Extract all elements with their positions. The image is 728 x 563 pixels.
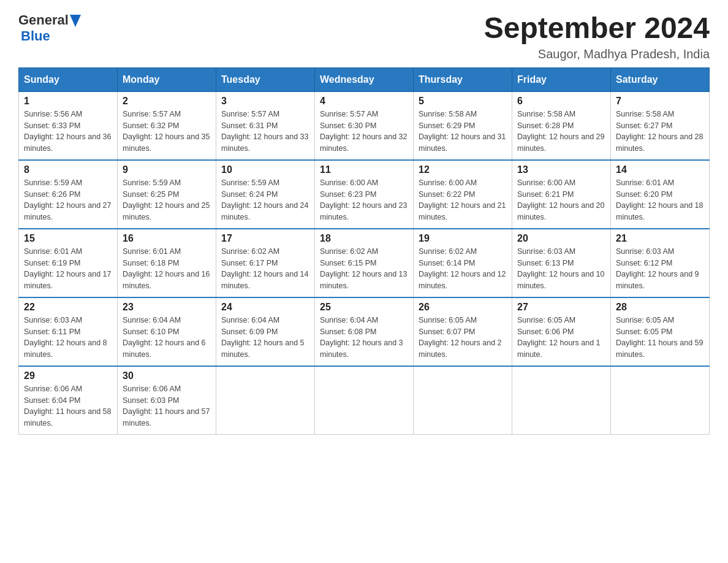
day-number: 28: [616, 302, 704, 313]
calendar-cell: 23Sunrise: 6:04 AMSunset: 6:10 PMDayligh…: [118, 297, 216, 366]
day-number: 23: [123, 302, 211, 313]
calendar-cell: 13Sunrise: 6:00 AMSunset: 6:21 PMDayligh…: [512, 160, 611, 229]
day-info: Sunrise: 6:03 AMSunset: 6:11 PMDaylight:…: [24, 315, 112, 361]
calendar-cell: 8Sunrise: 5:59 AMSunset: 6:26 PMDaylight…: [19, 160, 118, 229]
day-number: 26: [419, 302, 507, 313]
day-info: Sunrise: 6:04 AMSunset: 6:10 PMDaylight:…: [123, 315, 211, 361]
page-header: General Blue September 2024 Saugor, Madh…: [18, 12, 710, 61]
week-row-1: 1Sunrise: 5:56 AMSunset: 6:33 PMDaylight…: [19, 91, 710, 160]
day-info: Sunrise: 6:04 AMSunset: 6:08 PMDaylight:…: [320, 315, 408, 361]
day-number: 13: [517, 164, 605, 175]
week-row-5: 29Sunrise: 6:06 AMSunset: 6:04 PMDayligh…: [19, 366, 710, 435]
day-info: Sunrise: 6:06 AMSunset: 6:04 PMDaylight:…: [24, 383, 112, 429]
day-info: Sunrise: 5:58 AMSunset: 6:28 PMDaylight:…: [517, 109, 605, 155]
day-number: 8: [24, 164, 112, 175]
day-info: Sunrise: 5:59 AMSunset: 6:25 PMDaylight:…: [123, 177, 211, 223]
calendar-cell: 17Sunrise: 6:02 AMSunset: 6:17 PMDayligh…: [216, 229, 315, 297]
calendar-cell: 10Sunrise: 5:59 AMSunset: 6:24 PMDayligh…: [216, 160, 315, 229]
calendar-cell: 20Sunrise: 6:03 AMSunset: 6:13 PMDayligh…: [512, 229, 611, 297]
day-info: Sunrise: 5:59 AMSunset: 6:24 PMDaylight:…: [221, 177, 309, 223]
day-number: 25: [320, 302, 408, 313]
week-row-4: 22Sunrise: 6:03 AMSunset: 6:11 PMDayligh…: [19, 297, 710, 366]
calendar-cell: 28Sunrise: 6:05 AMSunset: 6:05 PMDayligh…: [611, 297, 710, 366]
col-header-tuesday: Tuesday: [216, 67, 315, 91]
day-number: 9: [123, 164, 211, 175]
day-number: 17: [221, 233, 309, 244]
day-number: 22: [24, 302, 112, 313]
day-number: 27: [517, 302, 605, 313]
day-number: 18: [320, 233, 408, 244]
calendar-cell: 21Sunrise: 6:03 AMSunset: 6:12 PMDayligh…: [611, 229, 710, 297]
calendar-cell: 6Sunrise: 5:58 AMSunset: 6:28 PMDaylight…: [512, 91, 611, 160]
day-number: 30: [123, 370, 211, 381]
calendar-table: SundayMondayTuesdayWednesdayThursdayFrid…: [18, 67, 710, 435]
col-header-wednesday: Wednesday: [315, 67, 414, 91]
header-row: SundayMondayTuesdayWednesdayThursdayFrid…: [19, 67, 710, 91]
calendar-cell: 19Sunrise: 6:02 AMSunset: 6:14 PMDayligh…: [414, 229, 512, 297]
day-number: 19: [419, 233, 507, 244]
calendar-cell: 24Sunrise: 6:04 AMSunset: 6:09 PMDayligh…: [216, 297, 315, 366]
day-info: Sunrise: 5:58 AMSunset: 6:29 PMDaylight:…: [419, 109, 507, 155]
col-header-saturday: Saturday: [611, 67, 710, 91]
calendar-cell: [216, 366, 315, 435]
calendar-cell: 25Sunrise: 6:04 AMSunset: 6:08 PMDayligh…: [315, 297, 414, 366]
day-info: Sunrise: 5:57 AMSunset: 6:31 PMDaylight:…: [221, 109, 309, 155]
day-number: 3: [221, 96, 309, 107]
day-info: Sunrise: 6:01 AMSunset: 6:19 PMDaylight:…: [24, 246, 112, 292]
calendar-cell: 5Sunrise: 5:58 AMSunset: 6:29 PMDaylight…: [414, 91, 512, 160]
calendar-cell: 9Sunrise: 5:59 AMSunset: 6:25 PMDaylight…: [118, 160, 216, 229]
day-number: 15: [24, 233, 112, 244]
calendar-cell: [512, 366, 611, 435]
day-info: Sunrise: 6:00 AMSunset: 6:23 PMDaylight:…: [320, 177, 408, 223]
svg-marker-0: [70, 15, 81, 27]
calendar-cell: 11Sunrise: 6:00 AMSunset: 6:23 PMDayligh…: [315, 160, 414, 229]
calendar-cell: [414, 366, 512, 435]
logo-text-general: General: [18, 12, 69, 28]
logo-text-blue: Blue: [21, 28, 50, 44]
col-header-monday: Monday: [118, 67, 216, 91]
day-info: Sunrise: 6:02 AMSunset: 6:17 PMDaylight:…: [221, 246, 309, 292]
week-row-2: 8Sunrise: 5:59 AMSunset: 6:26 PMDaylight…: [19, 160, 710, 229]
day-info: Sunrise: 6:06 AMSunset: 6:03 PMDaylight:…: [123, 383, 211, 429]
day-number: 2: [123, 96, 211, 107]
day-info: Sunrise: 6:04 AMSunset: 6:09 PMDaylight:…: [221, 315, 309, 361]
col-header-sunday: Sunday: [19, 67, 118, 91]
calendar-cell: 15Sunrise: 6:01 AMSunset: 6:19 PMDayligh…: [19, 229, 118, 297]
day-number: 16: [123, 233, 211, 244]
calendar-cell: 14Sunrise: 6:01 AMSunset: 6:20 PMDayligh…: [611, 160, 710, 229]
day-info: Sunrise: 6:05 AMSunset: 6:05 PMDaylight:…: [616, 315, 704, 361]
calendar-cell: 27Sunrise: 6:05 AMSunset: 6:06 PMDayligh…: [512, 297, 611, 366]
day-number: 6: [517, 96, 605, 107]
day-number: 29: [24, 370, 112, 381]
week-row-3: 15Sunrise: 6:01 AMSunset: 6:19 PMDayligh…: [19, 229, 710, 297]
day-number: 4: [320, 96, 408, 107]
day-info: Sunrise: 6:02 AMSunset: 6:14 PMDaylight:…: [419, 246, 507, 292]
day-number: 14: [616, 164, 704, 175]
day-number: 21: [616, 233, 704, 244]
calendar-cell: 18Sunrise: 6:02 AMSunset: 6:15 PMDayligh…: [315, 229, 414, 297]
title-block: September 2024 Saugor, Madhya Pradesh, I…: [484, 12, 710, 61]
day-info: Sunrise: 6:01 AMSunset: 6:18 PMDaylight:…: [123, 246, 211, 292]
day-number: 5: [419, 96, 507, 107]
month-year-title: September 2024: [484, 12, 710, 45]
logo: General Blue: [18, 12, 81, 44]
day-info: Sunrise: 6:00 AMSunset: 6:22 PMDaylight:…: [419, 177, 507, 223]
calendar-cell: 30Sunrise: 6:06 AMSunset: 6:03 PMDayligh…: [118, 366, 216, 435]
day-info: Sunrise: 5:59 AMSunset: 6:26 PMDaylight:…: [24, 177, 112, 223]
day-info: Sunrise: 5:58 AMSunset: 6:27 PMDaylight:…: [616, 109, 704, 155]
calendar-cell: 3Sunrise: 5:57 AMSunset: 6:31 PMDaylight…: [216, 91, 315, 160]
calendar-header: SundayMondayTuesdayWednesdayThursdayFrid…: [19, 67, 710, 91]
calendar-cell: [611, 366, 710, 435]
day-info: Sunrise: 5:56 AMSunset: 6:33 PMDaylight:…: [24, 109, 112, 155]
day-info: Sunrise: 6:00 AMSunset: 6:21 PMDaylight:…: [517, 177, 605, 223]
location-subtitle: Saugor, Madhya Pradesh, India: [484, 47, 710, 61]
day-info: Sunrise: 5:57 AMSunset: 6:30 PMDaylight:…: [320, 109, 408, 155]
calendar-cell: 12Sunrise: 6:00 AMSunset: 6:22 PMDayligh…: [414, 160, 512, 229]
day-info: Sunrise: 6:02 AMSunset: 6:15 PMDaylight:…: [320, 246, 408, 292]
day-number: 7: [616, 96, 704, 107]
day-info: Sunrise: 6:03 AMSunset: 6:12 PMDaylight:…: [616, 246, 704, 292]
col-header-friday: Friday: [512, 67, 611, 91]
day-info: Sunrise: 6:01 AMSunset: 6:20 PMDaylight:…: [616, 177, 704, 223]
col-header-thursday: Thursday: [414, 67, 512, 91]
calendar-cell: 26Sunrise: 6:05 AMSunset: 6:07 PMDayligh…: [414, 297, 512, 366]
